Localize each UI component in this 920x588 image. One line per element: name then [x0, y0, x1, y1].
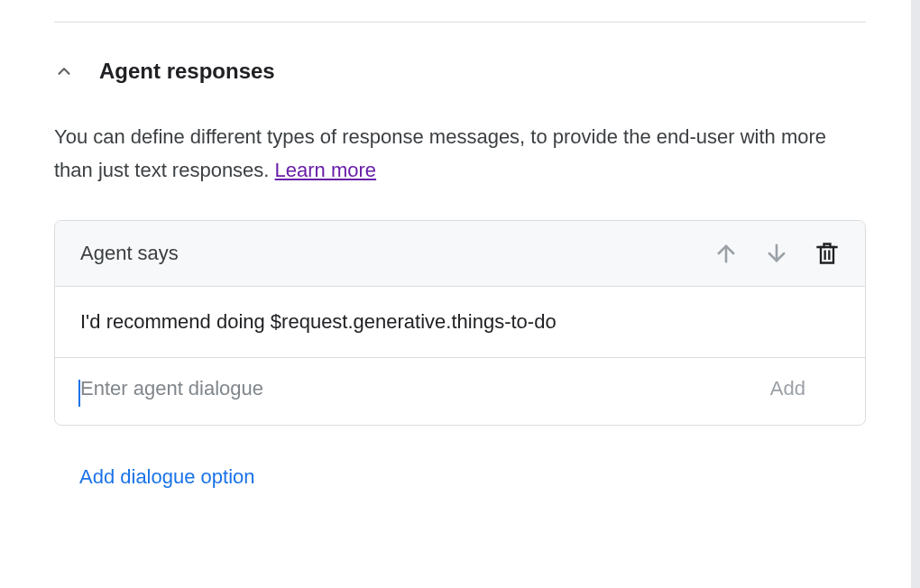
- card-title: Agent says: [80, 242, 179, 265]
- trash-icon[interactable]: [814, 241, 840, 266]
- vertical-scrollbar[interactable]: [911, 0, 920, 588]
- chevron-up-icon[interactable]: [54, 61, 74, 81]
- add-button[interactable]: Add: [770, 377, 840, 400]
- section-description: You can define different types of respon…: [54, 120, 866, 188]
- text-caret: [78, 380, 80, 407]
- arrow-down-icon[interactable]: [764, 241, 789, 266]
- arrow-up-icon[interactable]: [713, 241, 739, 266]
- dialogue-input[interactable]: [80, 376, 770, 401]
- add-dialogue-option-button[interactable]: Add dialogue option: [79, 465, 866, 489]
- description-text: You can define different types of respon…: [54, 125, 826, 181]
- section-title: Agent responses: [99, 59, 275, 84]
- agent-response-row[interactable]: I'd recommend doing $request.generative.…: [55, 287, 865, 358]
- agent-says-card: Agent says: [54, 220, 866, 426]
- dialogue-input-row[interactable]: Add: [55, 358, 865, 425]
- divider: [54, 22, 866, 23]
- learn-more-link[interactable]: Learn more: [275, 159, 377, 181]
